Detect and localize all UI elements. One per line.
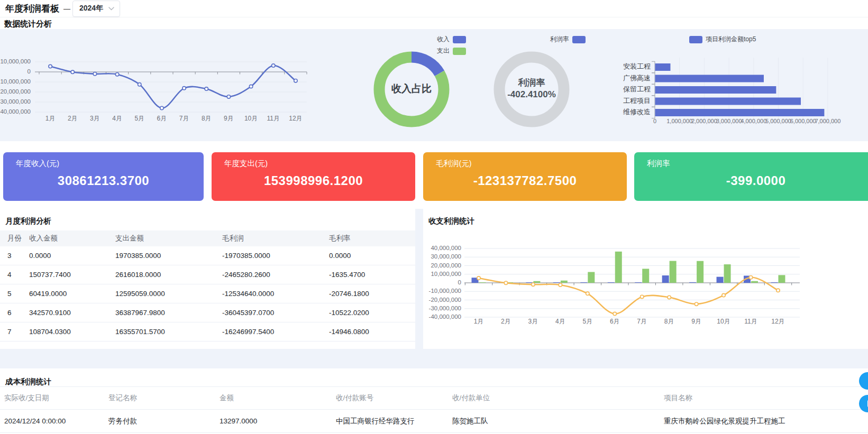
project-top5-bar-chart: 安装工程广佛高速保留工程工程项目维修改造01,000,0002,000,0003…	[613, 50, 868, 127]
stats-panel: 10,000,0000-10,000,000-20,000,000-30,000…	[0, 29, 868, 141]
cell: 毛利润	[222, 234, 329, 243]
annual-profit-dashboard: 年度利润看板 — 2024年 数据统计分析 10,000,0000-10,000…	[0, 0, 868, 434]
svg-text:30,000,000: 30,000,000	[431, 253, 461, 260]
legend-label: 利润率	[550, 35, 569, 44]
cell: 陈贺施工队	[452, 417, 664, 426]
kpi-card: 年度收入(元)30861213.3700	[3, 152, 204, 201]
cell: 342570.9100	[29, 309, 115, 317]
svg-text:收入占比: 收入占比	[391, 83, 432, 94]
cell: -12534640.0000	[222, 290, 329, 298]
svg-text:11月: 11月	[267, 115, 280, 122]
cell: 3	[7, 252, 29, 260]
svg-text:-30,000,000: -30,000,000	[429, 305, 461, 311]
svg-text:10,000,000: 10,000,000	[0, 58, 31, 64]
monthly-profit-panel: 月度利润分析 月份收入金额支出金额毛利润毛利率 30.00001970385.0…	[0, 209, 415, 349]
cell: 金额	[220, 393, 336, 403]
svg-text:-20,000,000: -20,000,000	[429, 297, 461, 303]
income-expense-panel: 收支利润统计 40,000,00030,000,00020,000,00010,…	[423, 209, 868, 349]
cell: 150737.7400	[29, 271, 115, 279]
svg-text:6月: 6月	[610, 318, 620, 325]
kpi-card: 利润率-399.0000	[634, 152, 868, 201]
cell: 2024/12/24 0:00:00	[4, 417, 108, 425]
year-select-value: 2024年	[79, 4, 103, 13]
cell: -16246997.5400	[222, 328, 329, 336]
cell: 5	[7, 290, 29, 298]
svg-text:10月: 10月	[244, 115, 258, 122]
monthly-profit-title: 月度利润分析	[5, 216, 51, 226]
svg-text:2月: 2月	[501, 318, 511, 325]
profit-rate-donut: 利润率-402.4100%	[489, 46, 579, 136]
svg-text:-10,000,000: -10,000,000	[429, 288, 461, 294]
cell: 登记名称	[108, 393, 220, 403]
table-row: 4150737.74002616018.0000-2465280.2600-16…	[0, 265, 415, 284]
cell: 收/付款单位	[452, 393, 664, 403]
table-row: 2024/12/24 0:00:00劳务付款13297.0000中国工商银行经华…	[0, 410, 868, 433]
mid-zone: 月度利润分析 月份收入金额支出金额毛利润毛利率 30.00001970385.0…	[0, 209, 868, 368]
topbar: 年度利润看板 — 2024年	[0, 0, 868, 17]
cell: 6	[7, 309, 29, 317]
cell: 劳务付款	[108, 417, 220, 426]
svg-text:0: 0	[28, 68, 31, 75]
svg-text:-40,000,000: -40,000,000	[0, 108, 31, 115]
svg-text:-40,000,000: -40,000,000	[429, 313, 461, 320]
cell: 实际收/支日期	[4, 393, 108, 403]
svg-text:8月: 8月	[664, 318, 674, 325]
svg-text:5,000,000: 5,000,000	[765, 118, 791, 124]
svg-text:9月: 9月	[224, 115, 234, 122]
svg-text:0: 0	[653, 118, 656, 124]
kpi-label: 利润率	[634, 152, 868, 169]
cell: 收入金额	[29, 234, 115, 243]
title-divider: —	[63, 5, 70, 13]
cell: -36045397.0700	[222, 309, 329, 317]
svg-text:3月: 3月	[528, 318, 538, 325]
svg-text:4月: 4月	[555, 318, 565, 325]
cell: 13297.0000	[220, 417, 336, 425]
kpi-card: 年度支出(元)153998996.1200	[212, 152, 415, 201]
svg-text:5月: 5月	[134, 115, 144, 122]
svg-text:4,000,000: 4,000,000	[741, 118, 766, 124]
svg-text:-20,000,000: -20,000,000	[0, 88, 31, 95]
cell: -20746.1800	[329, 290, 415, 298]
section-title-stats: 数据统计分析	[4, 19, 52, 29]
kpi-value: -123137782.7500	[423, 173, 627, 188]
legend-swatch	[453, 36, 466, 43]
kpi-label: 年度支出(元)	[212, 152, 415, 169]
cell: 0.0000	[329, 252, 415, 260]
cell: 项目名称	[664, 393, 868, 403]
svg-text:12月: 12月	[289, 115, 302, 122]
legend-label: 项目利润金额top5	[706, 35, 756, 44]
cell: 4	[7, 271, 29, 279]
income-expense-chart: 40,000,00030,000,00020,000,00010,000,000…	[423, 233, 868, 349]
svg-text:-30,000,000: -30,000,000	[0, 98, 31, 105]
cell: 2616018.0000	[115, 271, 222, 279]
chevron-down-icon	[108, 7, 114, 11]
svg-text:40,000,000: 40,000,000	[431, 245, 461, 251]
cost-table-header: 实际收/支日期登记名称金额收/付款账号收/付款单位项目名称	[0, 386, 868, 410]
svg-text:0: 0	[458, 279, 461, 285]
cell: 12595059.0000	[115, 290, 222, 298]
legend-label: 收入	[437, 35, 450, 44]
cell: 月份	[7, 234, 29, 243]
cell: -1635.4700	[329, 271, 415, 279]
kpi-value: 30861213.3700	[3, 173, 204, 188]
svg-text:利润率: 利润率	[518, 78, 545, 88]
cell: 重庆市鹅岭公园绿化景观提升工程施工	[664, 417, 868, 426]
svg-text:工程项目: 工程项目	[623, 97, 651, 105]
table-row: 7108704.030016355701.5700-16246997.5400-…	[0, 322, 415, 341]
svg-text:11月: 11月	[744, 318, 757, 325]
kpi-card: 毛利润(元)-123137782.7500	[423, 152, 627, 201]
svg-text:6,000,000: 6,000,000	[790, 118, 816, 124]
cell: 毛利率	[329, 234, 415, 243]
svg-text:20,000,000: 20,000,000	[431, 262, 461, 269]
cell: -14946.0800	[329, 328, 415, 336]
top5-legend[interactable]: 项目利润金额top5	[689, 35, 756, 43]
svg-text:安装工程: 安装工程	[623, 62, 651, 70]
table-row: 30.00001970385.0000-1970385.00000.0000	[0, 246, 415, 265]
svg-text:维修改造: 维修改造	[623, 108, 651, 116]
kpi-label: 年度收入(元)	[3, 152, 204, 169]
legend-swatch	[689, 36, 702, 43]
profit-rate-legend[interactable]: 利润率	[550, 35, 586, 43]
cell: -1970385.0000	[222, 252, 329, 260]
year-select[interactable]: 2024年	[72, 1, 120, 17]
table-row: 560419.000012595059.0000-12534640.0000-2…	[0, 284, 415, 303]
